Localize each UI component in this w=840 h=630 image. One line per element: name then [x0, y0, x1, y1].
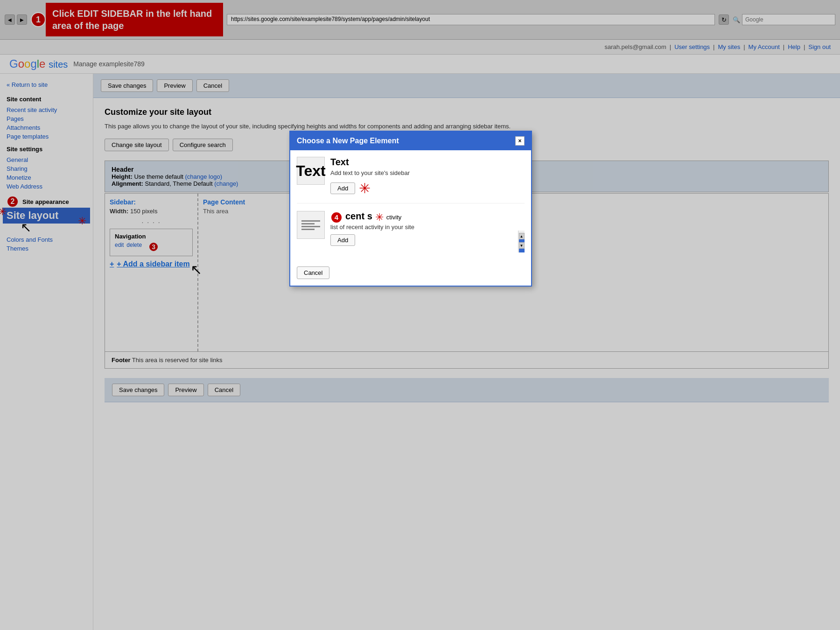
modal-overlay: Choose a New Page Element × Text Text Ad…: [0, 0, 840, 630]
modal-content: Text Text Add text to your site's sideba…: [290, 150, 531, 263]
recent-activity-body: 4 cent s ✳ ctivity list of recent activi…: [330, 211, 525, 246]
choose-page-element-modal: Choose a New Page Element × Text Text Ad…: [289, 131, 532, 287]
modal-item-recent-activity: 4 cent s ✳ ctivity list of recent activi…: [297, 211, 525, 252]
modal-cancel-button[interactable]: Cancel: [297, 266, 329, 279]
text-item-body: Text Add text to your site's sidebar Add…: [330, 157, 525, 196]
modal-close-button[interactable]: ×: [515, 136, 525, 146]
modal-cancel-area: Cancel: [290, 263, 531, 286]
modal-item-text: Text Text Add text to your site's sideba…: [297, 157, 525, 203]
text-element-icon: Text: [297, 157, 325, 185]
modal-scrollbar: ▲ ▼: [518, 231, 525, 252]
text-item-title: Text: [330, 157, 525, 168]
recent-activity-desc: list of recent activity in your site: [330, 224, 525, 231]
starburst-add: ✳: [359, 180, 371, 196]
recent-activity-title: cent s: [345, 211, 372, 222]
add-recent-activity-button[interactable]: Add: [330, 234, 355, 246]
step4-badge: 4: [330, 211, 343, 224]
recent-activity-icon: [297, 211, 325, 239]
starburst-recent: ✳: [375, 211, 384, 224]
recent-activity-suffix: ctivity: [386, 214, 402, 221]
recent-activity-title-row: 4 cent s ✳ ctivity: [330, 211, 525, 224]
modal-title-bar: Choose a New Page Element ×: [290, 132, 531, 150]
scrollbar-up-arrow[interactable]: ▲: [519, 233, 525, 239]
add-text-button[interactable]: Add: [330, 182, 355, 194]
text-big-icon: Text: [296, 162, 325, 180]
text-add-area: Add ✳: [330, 180, 525, 196]
scrollbar-down-arrow[interactable]: ▼: [519, 242, 525, 249]
modal-title: Choose a New Page Element: [297, 137, 399, 145]
text-item-desc: Add text to your site's sidebar: [330, 169, 525, 176]
